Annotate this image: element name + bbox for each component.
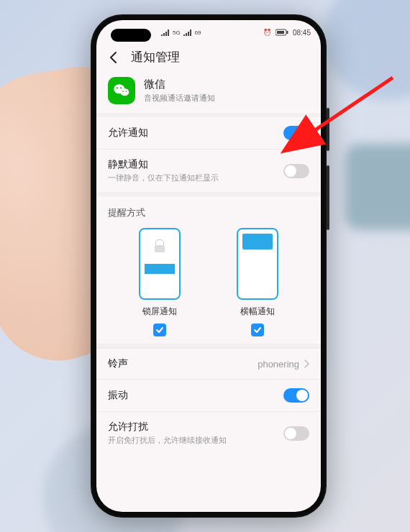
row-allow-disturb[interactable]: 允许打扰 开启免打扰后，允许继续接收通知 [96, 411, 321, 454]
dnd-label: 允许打扰 [108, 421, 283, 434]
svg-point-9 [122, 91, 124, 92]
reminder-lockscreen[interactable]: 锁屏通知 [139, 228, 181, 336]
page-title: 通知管理 [131, 49, 180, 65]
ringtone-label: 铃声 [108, 357, 258, 370]
ringtone-value: phonering [258, 359, 299, 370]
allow-notify-label: 允许通知 [108, 127, 283, 139]
chevron-right-icon [304, 359, 309, 368]
battery-pct-label: 69 [195, 29, 201, 36]
row-allow-notifications[interactable]: 允许通知 [96, 113, 321, 149]
svg-point-6 [120, 88, 129, 96]
battery-icon [275, 29, 288, 36]
network-label: 5G [173, 29, 181, 36]
page-header: 通知管理 [96, 45, 321, 73]
signal-2-icon [183, 29, 192, 36]
banner-checkbox[interactable] [251, 324, 264, 336]
svg-rect-4 [286, 31, 288, 34]
lockscreen-label: 锁屏通知 [142, 306, 177, 318]
app-name: 微信 [144, 78, 215, 91]
status-time: 08:45 [293, 29, 311, 37]
vibrate-label: 振动 [108, 389, 283, 402]
phone-device-frame: 5G 69 ⏰ 08:45 通知管理 [91, 14, 327, 518]
row-vibrate[interactable]: 振动 [96, 379, 321, 411]
app-subtitle: 音视频通话邀请通知 [144, 93, 215, 104]
camera-punch-hole [111, 29, 151, 42]
silent-label: 静默通知 [108, 158, 283, 171]
banner-preview [237, 228, 278, 300]
allow-notify-toggle[interactable] [283, 126, 309, 140]
dnd-sub: 开启免打扰后，允许继续接收通知 [108, 435, 283, 446]
lockscreen-checkbox[interactable] [153, 324, 166, 336]
dnd-toggle[interactable] [283, 426, 309, 441]
silent-toggle[interactable] [283, 164, 309, 178]
svg-point-10 [126, 91, 127, 92]
vibrate-toggle[interactable] [283, 388, 309, 403]
signal-icon [161, 29, 170, 36]
app-info-row: 微信 音视频通话邀请通知 [96, 73, 321, 113]
row-silent-notifications[interactable]: 静默通知 一律静音，仅在下拉通知栏显示 [96, 149, 321, 192]
wechat-icon [108, 77, 135, 104]
lockscreen-preview [139, 228, 181, 300]
banner-label: 横幅通知 [240, 306, 275, 318]
volume-down-button [327, 165, 329, 230]
svg-rect-3 [277, 31, 284, 34]
silent-sub: 一律静音，仅在下拉通知栏显示 [108, 173, 283, 183]
row-ringtone[interactable]: 铃声 phonering [96, 348, 321, 379]
svg-point-7 [117, 87, 118, 88]
back-icon[interactable] [106, 50, 121, 65]
alarm-icon: ⏰ [263, 29, 271, 36]
reminder-methods: 锁屏通知 横幅通知 [96, 225, 321, 344]
volume-up-button [327, 108, 329, 151]
reminder-section-title: 提醒方式 [96, 192, 321, 225]
svg-point-8 [120, 87, 122, 88]
reminder-banner[interactable]: 横幅通知 [237, 228, 278, 336]
phone-screen: 5G 69 ⏰ 08:45 通知管理 [96, 20, 321, 512]
